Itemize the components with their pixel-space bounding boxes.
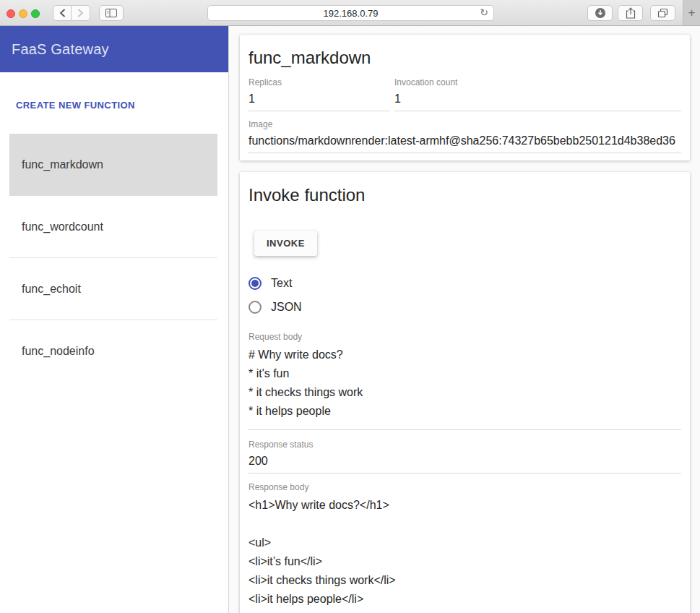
response-body-field: <h1>Why write docs?</h1> <ul> <li>it’s f… (249, 496, 681, 613)
function-name: func_wordcount (22, 220, 103, 233)
invocation-count-field: Invocation count 1 (394, 77, 681, 111)
show-all-tabs-button[interactable] (650, 5, 675, 21)
invoke-card-title: Invoke function (249, 185, 681, 205)
radio-json-label: JSON (271, 301, 302, 314)
function-list-item-markdown[interactable]: func_markdown (9, 134, 217, 196)
radio-selected-icon[interactable] (249, 277, 262, 290)
main-content: func_markdown Replicas 1 Invocation coun… (229, 26, 700, 613)
request-line: * it's fun (249, 364, 681, 383)
radio-text[interactable]: Text (249, 277, 681, 290)
request-body-label: Request body (249, 332, 681, 342)
back-button[interactable] (53, 5, 72, 21)
new-tab-button[interactable]: + (683, 0, 700, 25)
response-status-field: 200 (249, 452, 681, 473)
app-header: FaaS Gateway (0, 26, 228, 72)
forward-chevron-icon (77, 9, 84, 17)
response-line: <h1>Why write docs?</h1> (249, 496, 681, 515)
url-text: 192.168.0.79 (324, 8, 379, 19)
response-line: <li>it helps people</li> (249, 590, 681, 609)
function-list-item-wordcount[interactable]: func_wordcount (9, 196, 217, 258)
function-stats-row: Replicas 1 Invocation count 1 (249, 77, 681, 111)
response-status-value: 200 (249, 452, 681, 471)
function-list: func_markdown func_wordcount func_echoit… (9, 134, 217, 382)
create-new-function-button[interactable]: CREATE NEW FUNCTION (16, 100, 135, 111)
radio-json[interactable]: JSON (249, 301, 681, 314)
response-line: <li>it’s fun</li> (249, 552, 681, 571)
image-value: functions/markdownrender:latest-armhf@sh… (249, 134, 681, 147)
response-line: <ul> (249, 533, 681, 552)
function-list-item-echoit[interactable]: func_echoit (9, 258, 217, 320)
image-label: Image (249, 119, 681, 129)
request-line: * it checks things work (249, 383, 681, 402)
reload-icon[interactable]: ↻ (480, 7, 488, 18)
response-line (249, 515, 681, 533)
window-controls (7, 9, 40, 18)
function-name: func_nodeinfo (22, 345, 95, 358)
tabs-icon (657, 8, 668, 18)
share-button[interactable] (618, 5, 643, 21)
download-icon (595, 7, 606, 19)
sidebar-icon (105, 9, 117, 17)
share-icon (626, 7, 636, 19)
close-window-button[interactable] (7, 9, 15, 18)
request-body-input[interactable]: # Why write docs? * it's fun * it checks… (249, 346, 681, 430)
radio-text-label: Text (271, 277, 292, 290)
radio-unselected-icon[interactable] (249, 301, 262, 314)
response-status-label: Response status (249, 440, 681, 450)
image-field: Image functions/markdownrender:latest-ar… (249, 119, 681, 153)
request-line: * it helps people (249, 402, 681, 421)
invocation-count-value: 1 (394, 93, 681, 106)
replicas-value: 1 (249, 93, 390, 106)
address-bar[interactable]: 192.168.0.79 ↻ (207, 5, 494, 21)
faas-gateway-app: FaaS Gateway CREATE NEW FUNCTION func_ma… (0, 26, 700, 613)
back-chevron-icon (59, 9, 66, 17)
zoom-window-button[interactable] (31, 9, 40, 18)
function-name: func_markdown (22, 158, 103, 171)
response-body-label: Response body (249, 482, 681, 492)
response-line: </ul> (249, 609, 681, 613)
app-title: FaaS Gateway (12, 41, 109, 58)
response-line: <li>it checks things work</li> (249, 571, 681, 590)
invoke-function-card: Invoke function INVOKE Text JSON Request… (240, 172, 690, 613)
function-title: func_markdown (249, 48, 681, 68)
function-list-item-nodeinfo[interactable]: func_nodeinfo (9, 320, 217, 382)
browser-toolbar: 192.168.0.79 ↻ + (0, 0, 700, 26)
downloads-button[interactable] (587, 5, 613, 21)
plus-icon: + (688, 6, 696, 20)
replicas-label: Replicas (249, 77, 390, 87)
invoke-button[interactable]: INVOKE (254, 231, 317, 256)
sidebar: FaaS Gateway CREATE NEW FUNCTION func_ma… (0, 26, 229, 613)
replicas-field: Replicas 1 (249, 77, 390, 111)
forward-button[interactable] (72, 5, 90, 21)
minimize-window-button[interactable] (19, 9, 27, 18)
function-name: func_echoit (22, 283, 81, 296)
invocation-count-label: Invocation count (394, 77, 681, 87)
nav-buttons (53, 5, 90, 21)
content-type-radios: Text JSON (249, 277, 681, 314)
sidebar-toggle-button[interactable] (99, 5, 124, 21)
request-line: # Why write docs? (249, 346, 681, 364)
function-detail-card: func_markdown Replicas 1 Invocation coun… (240, 35, 690, 160)
